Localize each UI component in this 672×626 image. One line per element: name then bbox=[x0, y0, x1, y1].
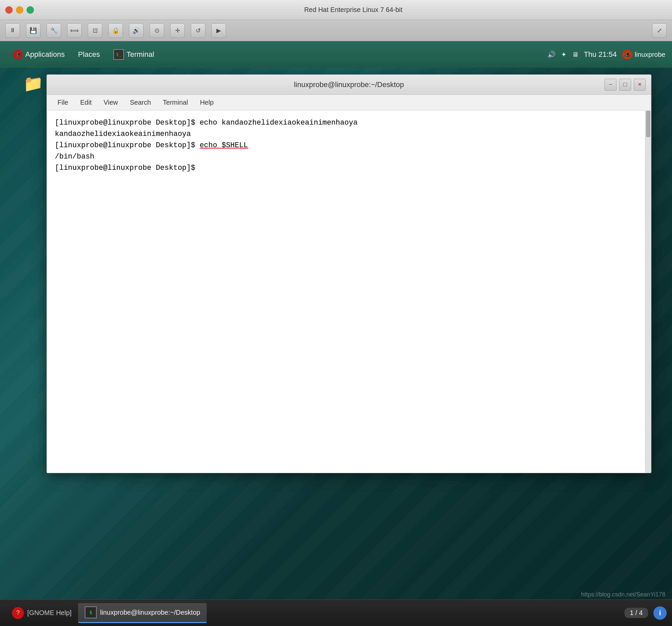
info-button[interactable]: i bbox=[653, 606, 667, 620]
taskbar-gnome-help[interactable]: ? [GNOME Help] bbox=[5, 603, 78, 623]
window-controls: − □ × bbox=[604, 79, 646, 91]
maximize-button[interactable] bbox=[27, 6, 34, 14]
terminal-menu-item[interactable]: Terminal bbox=[158, 97, 193, 108]
gnome-user[interactable]: 🎩 linuxprobe bbox=[622, 49, 665, 59]
file-menu[interactable]: File bbox=[52, 97, 73, 108]
gnome-menu-bar: 🎩 Applications Places $_ Terminal bbox=[7, 41, 161, 68]
page-indicator: 1 / 4 bbox=[624, 608, 648, 618]
audio-icon[interactable]: 🔊 bbox=[547, 50, 556, 58]
terminal-line-5: [linuxprobe@linuxprobe Desktop]$ bbox=[55, 163, 637, 174]
help-icon: ? bbox=[12, 607, 24, 619]
places-label: Places bbox=[78, 50, 100, 59]
refresh-button[interactable]: ↺ bbox=[191, 23, 206, 38]
fullscreen-button[interactable]: ⤢ bbox=[652, 23, 667, 38]
redhat-icon: 🎩 bbox=[13, 50, 23, 59]
minimize-window-button[interactable]: − bbox=[604, 79, 617, 91]
terminal-label: Terminal bbox=[127, 50, 154, 59]
terminal-titlebar: linuxprobe@linuxprobe:~/Desktop − □ × bbox=[47, 75, 651, 95]
terminal-body: [linuxprobe@linuxprobe Desktop]$ echo ka… bbox=[47, 111, 651, 473]
scrollbar-thumb[interactable] bbox=[646, 111, 650, 137]
save-button[interactable]: 💾 bbox=[26, 23, 41, 38]
terminal-line-4: /bin/bash bbox=[55, 151, 637, 163]
terminal-prompt-3: [linuxprobe@linuxprobe Desktop]$ bbox=[55, 141, 200, 149]
terminal-menubar: File Edit View Search Terminal Help bbox=[47, 95, 651, 111]
gnome-help-label: [GNOME Help] bbox=[27, 609, 71, 617]
mac-toolbar: ⏸ 💾 🔧 ⟺ ⊡ 🔒 🔊 ⊙ ✛ ↺ ▶ ⤢ bbox=[0, 20, 672, 41]
username-label: linuxprobe bbox=[635, 51, 665, 58]
minimize-button[interactable] bbox=[16, 6, 23, 14]
bluetooth-icon[interactable]: ✦ bbox=[561, 50, 567, 58]
places-menu[interactable]: Places bbox=[71, 41, 107, 68]
window-title: Red Hat Enterprise Linux 7 64-bit bbox=[40, 6, 667, 14]
audio-button[interactable]: 🔊 bbox=[129, 23, 144, 38]
terminal-line-1: [linuxprobe@linuxprobe Desktop]$ echo ka… bbox=[55, 117, 637, 128]
help-menu[interactable]: Help bbox=[195, 97, 219, 108]
gnome-topbar-right: 🔊 ✦ 🖥 Thu 21:54 🎩 linuxprobe bbox=[547, 49, 665, 59]
terminal-line-3: [linuxprobe@linuxprobe Desktop]$ echo $S… bbox=[55, 140, 637, 151]
traffic-lights bbox=[5, 6, 34, 14]
mac-frame: Red Hat Enterprise Linux 7 64-bit bbox=[0, 0, 672, 20]
terminal-cmd-highlighted: echo $SHELL bbox=[200, 141, 248, 149]
gnome-desktop: 🎩 Applications Places $_ Terminal 🔊 ✦ 🖥 … bbox=[0, 41, 672, 626]
display-icon[interactable]: 🖥 bbox=[572, 51, 579, 58]
applications-label: Applications bbox=[25, 50, 65, 59]
user-icon: 🎩 bbox=[622, 49, 632, 59]
watermark: https://blog.csdn.net/SeanYi178 bbox=[581, 591, 665, 598]
terminal-content[interactable]: [linuxprobe@linuxprobe Desktop]$ echo ka… bbox=[47, 111, 645, 473]
pause-button[interactable]: ⏸ bbox=[5, 23, 20, 38]
folder-icon: 📁 bbox=[20, 74, 47, 93]
taskbar-terminal[interactable]: $ linuxprobe@linuxprobe:~/Desktop bbox=[78, 603, 207, 623]
terminal-line-2: kandaozhelidexiaokeainimenhaoya bbox=[55, 128, 637, 140]
terminal-scrollbar[interactable] bbox=[645, 111, 651, 473]
view-menu[interactable]: View bbox=[98, 97, 123, 108]
terminal-icon: $_ bbox=[113, 49, 124, 60]
gnome-topbar: 🎩 Applications Places $_ Terminal 🔊 ✦ 🖥 … bbox=[0, 41, 672, 68]
desktop-folder[interactable]: 📁 bbox=[20, 74, 47, 93]
close-button[interactable] bbox=[5, 6, 13, 14]
snapshot-button[interactable]: ⊡ bbox=[88, 23, 102, 38]
capture-button[interactable]: ⊙ bbox=[149, 23, 164, 38]
play-button[interactable]: ▶ bbox=[211, 23, 226, 38]
taskbar-right: 1 / 4 i bbox=[624, 606, 667, 620]
edit-menu[interactable]: Edit bbox=[75, 97, 97, 108]
gnome-taskbar: ? [GNOME Help] $ linuxprobe@linuxprobe:~… bbox=[0, 599, 672, 626]
terminal-taskbar-label: linuxprobe@linuxprobe:~/Desktop bbox=[100, 609, 200, 616]
gnome-clock[interactable]: Thu 21:54 bbox=[584, 50, 617, 59]
terminal-menu[interactable]: $_ Terminal bbox=[107, 41, 161, 68]
swap-button[interactable]: ⟺ bbox=[67, 23, 82, 38]
applications-menu[interactable]: 🎩 Applications bbox=[7, 41, 71, 68]
taskbar-terminal-icon: $ bbox=[85, 606, 97, 618]
search-menu[interactable]: Search bbox=[125, 97, 156, 108]
close-window-button[interactable]: × bbox=[634, 79, 646, 91]
usb-button[interactable]: ✛ bbox=[170, 23, 185, 38]
settings-button[interactable]: 🔧 bbox=[47, 23, 61, 38]
restore-window-button[interactable]: □ bbox=[619, 79, 631, 91]
terminal-title: linuxprobe@linuxprobe:~/Desktop bbox=[294, 80, 404, 89]
lock-button[interactable]: 🔒 bbox=[109, 23, 123, 38]
terminal-window: linuxprobe@linuxprobe:~/Desktop − □ × Fi… bbox=[47, 74, 651, 473]
